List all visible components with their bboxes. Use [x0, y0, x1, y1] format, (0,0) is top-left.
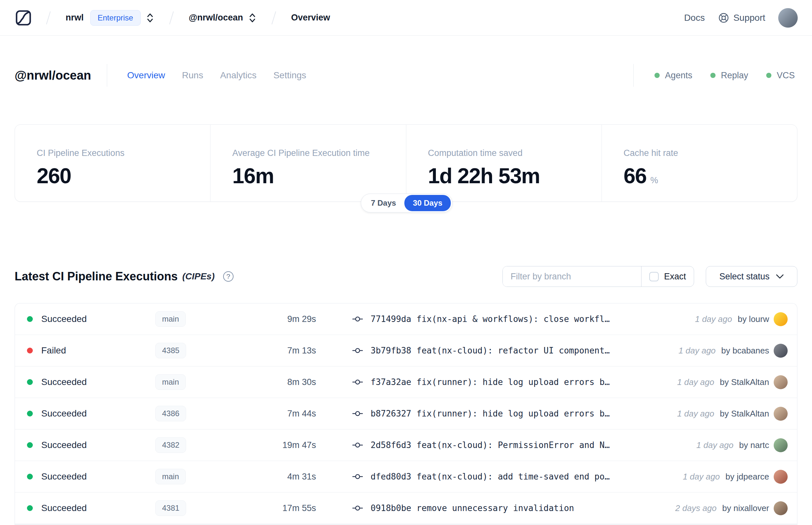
commit-message[interactable]: b8726327fix(runner): hide log upload err… — [371, 409, 610, 418]
tab-settings[interactable]: Settings — [274, 70, 306, 80]
table-row[interactable]: Succeeded 4381 17m 55s 0918b0beremove un… — [15, 493, 797, 524]
table-row[interactable]: Succeeded 4382 19m 47s 2d58f6d3feat(nx-c… — [15, 430, 797, 461]
status-indicators: Agents Replay VCS — [633, 64, 797, 87]
git-commit-icon — [352, 345, 363, 356]
exact-filter: Exact — [641, 266, 694, 287]
table-row[interactable]: Failed 4385 7m 13s 3b79fb38feat(nx-cloud… — [15, 335, 797, 366]
status-cell: Succeeded — [15, 314, 155, 324]
commit-cell: 771499dafix(nx-api & workflows): close w… — [316, 314, 695, 324]
table-row[interactable]: Succeeded 4386 7m 44s b8726327fix(runner… — [15, 398, 797, 430]
author[interactable]: by nixallover — [722, 503, 769, 513]
avatar — [774, 407, 788, 421]
org-switcher-chevron-icon[interactable] — [146, 12, 154, 24]
status-text: Succeeded — [41, 471, 87, 482]
tab-overview[interactable]: Overview — [127, 70, 165, 80]
commit-cell: dfed80d3feat(nx-cloud): add time-saved e… — [316, 471, 683, 482]
branch-cell: main — [155, 374, 251, 390]
branch-filter-input[interactable] — [503, 266, 641, 287]
meta-cell: 1 day ago by bcabanes — [678, 344, 788, 358]
exact-checkbox[interactable] — [649, 272, 659, 281]
commit-message[interactable]: 771499dafix(nx-api & workflows): close w… — [371, 314, 610, 324]
time-author: 2 days ago by nixallover — [675, 503, 769, 513]
branch-filter-group: Exact — [503, 266, 694, 287]
breadcrumb-slash — [46, 11, 51, 24]
help-icon[interactable]: ? — [223, 271, 233, 282]
breadcrumb-org[interactable]: nrwl — [66, 13, 84, 23]
time-author: 1 day ago by StalkAltan — [677, 409, 769, 419]
breadcrumb: nrwl Enterprise @nrwl/ocean Overview — [16, 10, 330, 26]
commit-cell: 2d58f6d3feat(nx-cloud): PermissionError … — [316, 440, 696, 450]
workspace-switcher-chevron-icon[interactable] — [248, 12, 257, 24]
branch-cell: 4385 — [155, 343, 251, 358]
stat-label: CI Pipeline Executions — [37, 148, 197, 158]
indicator-agents: Agents — [655, 71, 692, 80]
time-ago: 1 day ago — [677, 409, 714, 418]
branch-badge[interactable]: 4386 — [155, 406, 186, 421]
author[interactable]: by nartc — [739, 440, 769, 450]
branch-badge[interactable]: main — [155, 469, 186, 484]
stat-card-executions: CI Pipeline Executions 260 — [15, 125, 211, 201]
table-row[interactable]: Succeeded main 9m 29s 771499dafix(nx-api… — [15, 303, 797, 335]
breadcrumb-slash — [272, 11, 276, 24]
commit-message[interactable]: dfed80d3feat(nx-cloud): add time-saved e… — [371, 472, 610, 481]
green-dot-icon — [710, 73, 716, 78]
meta-cell: 1 day ago by StalkAltan — [677, 375, 788, 389]
branch-badge[interactable]: main — [155, 374, 186, 390]
author[interactable]: by StalkAltan — [720, 409, 769, 418]
status-dot-icon — [27, 411, 33, 417]
avatar — [774, 470, 788, 484]
table-row[interactable]: Succeeded main 4m 31s dfed80d3feat(nx-cl… — [15, 461, 797, 493]
table-row[interactable]: Succeeded main 8m 30s f37a32aefix(runner… — [15, 366, 797, 398]
status-select-dropdown[interactable]: Select status — [706, 266, 797, 287]
branch-badge[interactable]: 4382 — [155, 437, 186, 453]
user-avatar[interactable] — [778, 8, 798, 28]
nx-cloud-logo-icon[interactable] — [16, 10, 31, 26]
docs-link[interactable]: Docs — [684, 13, 705, 23]
branch-badge[interactable]: main — [155, 311, 186, 327]
time-author: 1 day ago by bcabanes — [678, 346, 769, 356]
branch-badge[interactable]: 4385 — [155, 343, 186, 358]
enterprise-badge: Enterprise — [90, 10, 141, 26]
meta-cell: 1 day ago by nartc — [696, 438, 788, 452]
branch-badge[interactable]: 4381 — [155, 500, 186, 516]
range-30-days[interactable]: 30 Days — [404, 195, 451, 211]
status-text: Failed — [41, 345, 66, 356]
commit-message[interactable]: 2d58f6d3feat(nx-cloud): PermissionError … — [371, 440, 610, 450]
commit-message[interactable]: f37a32aefix(runner): hide log upload err… — [371, 377, 610, 387]
avatar — [774, 501, 788, 515]
status-dot-icon — [27, 379, 33, 385]
author[interactable]: by StalkAltan — [720, 377, 769, 387]
commit-cell: b8726327fix(runner): hide log upload err… — [316, 408, 677, 419]
commit-cell: 0918b0beremove unnecessary invalidation — [316, 503, 675, 513]
workspace-header: @nrwl/ocean Overview Runs Analytics Sett… — [15, 62, 797, 88]
indicator-label: VCS — [777, 71, 795, 80]
commit-message[interactable]: 0918b0beremove unnecessary invalidation — [371, 503, 574, 513]
status-text: Succeeded — [41, 440, 87, 450]
cipe-table: Succeeded main 9m 29s 771499dafix(nx-api… — [15, 303, 797, 525]
author[interactable]: by bcabanes — [721, 346, 769, 356]
indicator-replay: Replay — [710, 71, 748, 80]
author[interactable]: by lourw — [738, 314, 769, 324]
page: nrwl Enterprise @nrwl/ocean Overview Doc… — [0, 0, 812, 525]
support-link[interactable]: Support — [718, 12, 765, 24]
stat-value: 1d 22h 53m — [428, 163, 540, 188]
support-label: Support — [733, 13, 765, 23]
range-7-days[interactable]: 7 Days — [363, 198, 404, 208]
git-commit-icon — [352, 440, 363, 450]
duration-cell: 7m 13s — [251, 346, 316, 356]
breadcrumb-workspace[interactable]: @nrwl/ocean — [189, 13, 243, 23]
git-commit-icon — [352, 314, 363, 324]
tab-runs[interactable]: Runs — [182, 70, 203, 80]
author[interactable]: by jdpearce — [725, 472, 769, 481]
branch-cell: main — [155, 469, 251, 484]
duration-cell: 19m 47s — [251, 440, 316, 450]
table-filters: Exact Select status — [503, 266, 797, 287]
commit-message[interactable]: 3b79fb38feat(nx-cloud): refactor UI comp… — [371, 346, 610, 356]
workspace-tabs: Overview Runs Analytics Settings — [127, 70, 306, 80]
git-commit-icon — [352, 408, 363, 419]
avatar — [774, 312, 788, 326]
status-dot-icon — [27, 316, 33, 322]
time-ago: 1 day ago — [683, 472, 720, 481]
time-ago: 1 day ago — [696, 440, 733, 450]
tab-analytics[interactable]: Analytics — [220, 70, 257, 80]
